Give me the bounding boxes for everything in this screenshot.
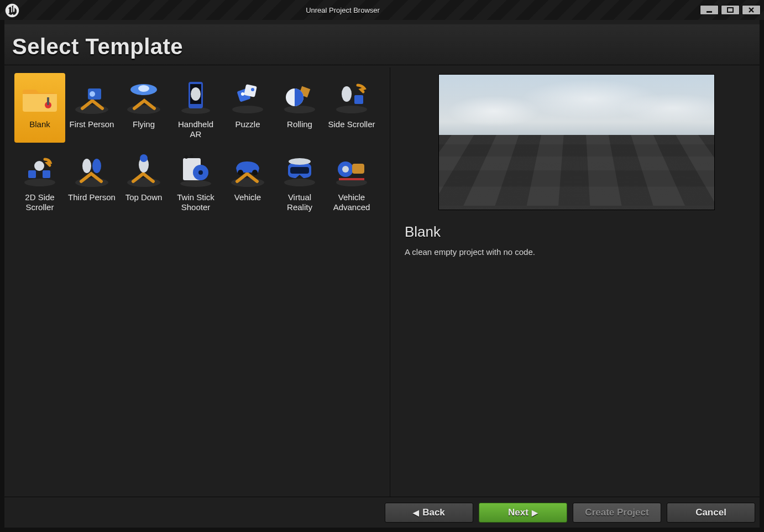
svg-rect-0: [707, 11, 712, 13]
template-first-person[interactable]: First Person: [66, 73, 117, 143]
minimize-button[interactable]: [700, 5, 719, 15]
template-label: Puzzle: [235, 119, 260, 129]
puzzle-icon: [226, 75, 269, 118]
svg-point-40: [190, 154, 193, 158]
template-blank[interactable]: Blank: [14, 73, 65, 143]
svg-rect-51: [339, 178, 364, 180]
template-vehicle[interactable]: Vehicle: [222, 146, 273, 216]
folder-icon: [18, 75, 61, 118]
close-button[interactable]: [742, 5, 761, 15]
detail-panel: Blank A clean empty project with no code…: [390, 67, 760, 497]
svg-point-14: [232, 106, 263, 113]
maximize-button[interactable]: [721, 5, 740, 15]
template-third-person[interactable]: Third Person: [66, 146, 117, 216]
template-virtual-reality[interactable]: Virtual Reality: [274, 146, 325, 216]
svg-rect-16: [244, 84, 257, 97]
chevron-right-icon: ▶: [532, 508, 538, 517]
template-label: Flying: [133, 119, 155, 129]
template-label: First Person: [70, 119, 114, 129]
top-down-icon: [122, 148, 165, 191]
svg-point-18: [251, 88, 254, 91]
ball-icon: [278, 75, 321, 118]
chevron-left-icon: ◀: [413, 508, 419, 517]
page-title: Select Template: [12, 34, 752, 59]
svg-point-46: [289, 158, 311, 165]
svg-point-24: [342, 86, 352, 102]
flying-icon: [122, 75, 165, 118]
svg-rect-23: [354, 95, 363, 104]
title-bar: Unreal Project Browser: [0, 0, 764, 20]
svg-point-31: [92, 159, 101, 173]
template-label: Handheld AR: [171, 119, 220, 139]
template-twin-stick[interactable]: Twin Stick Shooter: [170, 146, 221, 216]
template-label: Vehicle Advanced: [327, 192, 376, 212]
template-label: Twin Stick Shooter: [171, 192, 220, 212]
svg-point-42: [238, 170, 243, 175]
template-grid: Blank First Person: [14, 67, 390, 497]
template-handheld-ar[interactable]: Handheld AR: [170, 73, 221, 143]
template-label: Rolling: [287, 119, 312, 129]
svg-point-30: [82, 159, 91, 173]
first-person-icon: [70, 75, 113, 118]
svg-point-6: [90, 91, 95, 97]
cancel-label: Cancel: [695, 507, 726, 518]
template-label: Vehicle: [234, 192, 261, 202]
vr-icon: [278, 148, 321, 191]
template-vehicle-advanced[interactable]: Vehicle Advanced: [326, 146, 377, 216]
next-label: Next: [508, 507, 528, 518]
third-person-icon: [70, 148, 113, 191]
template-top-down[interactable]: Top Down: [118, 146, 169, 216]
template-label: Side Scroller: [328, 119, 375, 129]
template-label: Top Down: [125, 192, 163, 202]
svg-point-25: [24, 179, 55, 186]
template-side-scroller[interactable]: Side Scroller: [326, 73, 377, 143]
car-icon: [226, 148, 269, 191]
svg-point-17: [241, 92, 244, 96]
template-label: 2D Side Scroller: [15, 192, 64, 212]
svg-point-9: [138, 85, 149, 92]
template-2d-side-scroller[interactable]: 2D Side Scroller: [14, 146, 65, 216]
template-rolling[interactable]: Rolling: [274, 73, 325, 143]
back-button[interactable]: ◀ Back: [385, 503, 473, 523]
svg-rect-26: [28, 170, 36, 178]
create-project-label: Create Project: [585, 507, 648, 518]
header: Select Template: [4, 24, 760, 65]
template-preview: [438, 74, 715, 210]
twin-stick-icon: [174, 148, 217, 191]
svg-point-34: [140, 154, 148, 162]
footer: ◀ Back Next ▶ Create Project Cancel: [4, 497, 760, 528]
engine-icon: [330, 148, 373, 191]
svg-point-43: [252, 170, 258, 175]
svg-point-22: [336, 106, 367, 113]
svg-rect-45: [290, 167, 309, 174]
2d-side-scroller-icon: [18, 148, 61, 191]
svg-rect-50: [352, 164, 364, 174]
svg-point-38: [198, 170, 203, 175]
svg-rect-3: [47, 97, 49, 105]
create-project-button[interactable]: Create Project: [573, 503, 661, 523]
svg-point-39: [185, 155, 188, 159]
svg-rect-27: [43, 170, 50, 178]
svg-point-35: [180, 180, 211, 187]
svg-rect-1: [728, 8, 733, 12]
svg-point-13: [191, 87, 201, 101]
svg-point-49: [342, 166, 349, 173]
next-button[interactable]: Next ▶: [479, 503, 567, 523]
template-flying[interactable]: Flying: [118, 73, 169, 143]
template-label: Third Person: [68, 192, 116, 202]
phone-icon: [174, 75, 217, 118]
window-title: Unreal Project Browser: [0, 6, 700, 14]
detail-description: A clean empty project with no code.: [405, 247, 749, 257]
detail-title: Blank: [405, 223, 749, 241]
svg-point-19: [284, 106, 315, 113]
svg-point-28: [34, 161, 44, 171]
template-puzzle[interactable]: Puzzle: [222, 73, 273, 143]
side-scroller-icon: [330, 75, 373, 118]
svg-point-44: [284, 179, 315, 186]
cancel-button[interactable]: Cancel: [667, 503, 755, 523]
template-label: Blank: [29, 119, 50, 129]
back-label: Back: [422, 507, 445, 518]
template-label: Virtual Reality: [275, 192, 324, 212]
